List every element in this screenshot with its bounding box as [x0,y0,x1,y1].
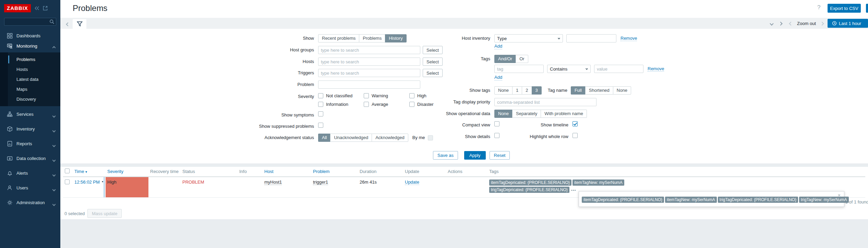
reset-button[interactable]: Reset [490,151,510,160]
row-checkbox[interactable] [65,179,70,184]
tag-chip[interactable]: itemTagNew: mySerNumA [665,197,717,203]
host-groups-label: Host groups [195,46,318,54]
save-as-button[interactable]: Save as [433,151,458,160]
kiosk-mode-button[interactable] [866,4,868,13]
collapse-sidebar-icon[interactable] [34,6,39,11]
host-inventory-value-input[interactable] [566,34,616,42]
severity-warning-checkbox[interactable] [364,93,369,98]
help-icon[interactable]: ? [817,4,820,11]
tag-remove-link[interactable]: Remove [648,66,664,72]
ack-status-label: Acknowledgement status [195,134,318,142]
show-tags-3[interactable]: 3 [532,86,542,95]
show-option-recent[interactable]: Recent problems [318,34,359,42]
tags-operator-or[interactable]: Or [516,55,528,63]
severity-average-checkbox[interactable] [364,102,369,107]
time-range-button[interactable]: Last 1 hour [828,19,868,28]
tag-match-select[interactable]: Contains [547,65,591,73]
show-details-checkbox[interactable] [494,133,499,138]
inventory-icon [7,126,13,132]
op-data-none[interactable]: None [494,110,513,118]
update-link[interactable]: Update [405,179,419,185]
host-inventory-type-select[interactable]: Type [494,34,563,42]
previous-filter-icon[interactable] [67,22,69,27]
status-cell[interactable]: PROBLEM [181,177,238,197]
sidebar-item-users[interactable]: Users [0,182,60,194]
sidebar-item-maps[interactable]: Maps [8,84,60,94]
tag-add-link[interactable]: Add [494,74,502,80]
zoom-out-button[interactable]: Zoom out [797,21,816,26]
zabbix-logo[interactable]: ZABBIX [4,4,31,12]
selected-count: 0 selected [64,211,85,216]
compact-view-checkbox[interactable] [494,121,499,126]
time-forward-icon[interactable] [821,21,823,26]
chevron-up-icon [52,46,56,50]
show-timeline-checkbox[interactable] [572,121,578,126]
show-tags-none[interactable]: None [494,86,513,95]
tag-name-none[interactable]: None [613,86,631,95]
highlight-whole-row-checkbox[interactable] [572,133,578,138]
op-data-with-problem-name[interactable]: With problem name [541,110,587,118]
show-suppressed-checkbox[interactable] [318,123,323,128]
op-data-separately[interactable]: Separately [512,110,541,118]
filter-tab[interactable] [73,19,86,29]
sidebar-item-latest-data[interactable]: Latest data [8,74,60,84]
severity-not-classified-checkbox[interactable] [318,93,323,98]
search-input[interactable] [4,18,56,26]
compact-view-label: Compact view [377,121,494,129]
problem-link[interactable]: trigger1 [313,179,328,185]
mass-update-button[interactable]: Mass update [87,209,122,218]
show-tags-2[interactable]: 2 [522,86,532,95]
show-symptoms-checkbox[interactable] [318,111,323,116]
ack-option-unacknowledged[interactable]: Unacknowledged [330,134,372,142]
tag-chip[interactable]: itemTagNew: mySerNumA [572,179,624,186]
tag-name-input[interactable] [494,65,544,73]
sidebar-item-data-collection[interactable]: Data collection [0,152,60,164]
tag-chip[interactable]: itemTagDepricated: {PROFILE.SERIALNO} [582,197,664,203]
sidebar-item-dashboards[interactable]: Dashboards [0,30,60,41]
column-header-update: Update [403,167,446,177]
sidebar-item-services[interactable]: Services [0,108,60,120]
column-header-severity[interactable]: Severity [106,167,148,177]
host-inventory-remove-link[interactable]: Remove [620,36,637,41]
select-all-checkbox[interactable] [65,169,70,173]
collapse-filter-icon[interactable] [770,21,773,26]
next-filter-icon[interactable] [779,21,782,26]
column-header-host[interactable]: Host [263,167,311,177]
sidebar-item-discovery[interactable]: Discovery [8,94,60,104]
tags-operator-andor[interactable]: And/Or [494,55,516,63]
tag-display-priority-input[interactable] [494,98,596,106]
chevron-down-icon [52,129,56,133]
tag-chip[interactable]: trigTagDepricated: {PROFILE.SERIALNO} [489,187,569,193]
column-header-problem[interactable]: Problem [311,167,358,177]
host-inventory-add-link[interactable]: Add [494,43,502,49]
sidebar-item-administration[interactable]: Administration [0,197,60,208]
severity-label: Severity [195,93,318,100]
host-link[interactable]: myHost1 [264,179,282,185]
sidebar-item-problems[interactable]: Problems [8,54,60,64]
detach-sidebar-icon[interactable] [43,6,48,11]
submenu-label: Discovery [16,97,36,102]
problem-time-link[interactable]: 12:56:02 PM [74,179,100,185]
sidebar-item-hosts[interactable]: Hosts [8,64,60,74]
tag-chip[interactable]: trigTagNew: mySerNumA [799,197,849,203]
sidebar-item-inventory[interactable]: Inventory [0,123,60,135]
apply-button[interactable]: Apply [464,151,486,160]
tag-chip[interactable]: trigTagDepricated: {PROFILE.SERIALNO} [718,197,798,203]
tag-name-full[interactable]: Full [571,86,586,95]
export-to-csv-button[interactable]: Export to CSV [828,4,861,13]
tag-name-mode-label: Tag name [548,86,567,95]
sidebar-item-monitoring[interactable]: Monitoring [0,41,60,51]
severity-information-checkbox[interactable] [318,102,323,107]
tag-value-input[interactable] [594,65,643,73]
column-header-time[interactable]: Time ▾ [73,167,100,177]
sidebar-item-alerts[interactable]: Alerts [0,167,60,179]
severity-cell[interactable]: High [106,177,148,197]
time-back-icon[interactable] [789,21,792,26]
close-icon[interactable]: × [838,193,841,198]
tag-name-shortened[interactable]: Shortened [585,86,613,95]
ack-option-all[interactable]: All [318,134,330,142]
more-tags-button[interactable]: ••• [571,188,576,192]
sidebar-item-reports[interactable]: Reports [0,138,60,149]
show-tags-1[interactable]: 1 [512,86,522,95]
tag-chip[interactable]: itemTagDepricated: {PROFILE.SERIALNO} [489,179,571,186]
